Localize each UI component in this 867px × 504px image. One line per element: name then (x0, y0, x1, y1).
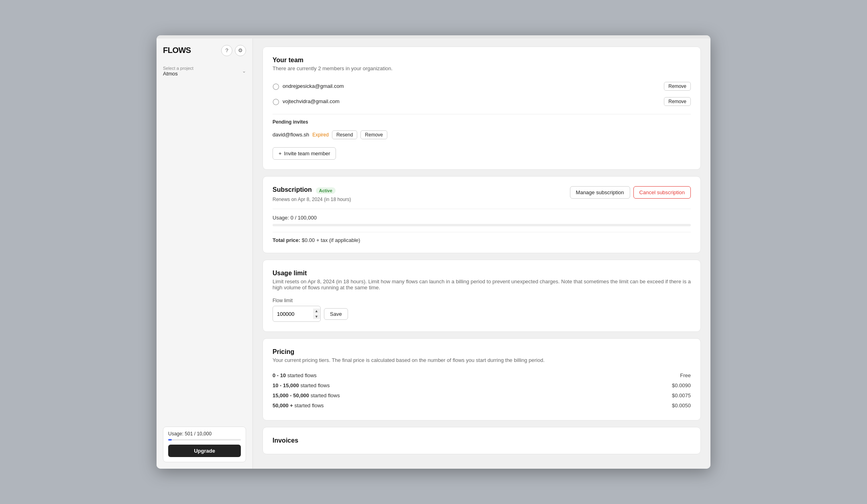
settings-button[interactable]: ⚙ (235, 45, 246, 56)
app-body: FLOWS ? ⚙ Select a project Atmos ⌄ (157, 39, 710, 469)
pricing-tier-2: 15,000 - 50,000 started flows (273, 392, 672, 398)
sidebar-usage-label: Usage: 501 / 10,000 (168, 431, 241, 437)
pricing-row-0: 0 - 10 started flows Free (273, 370, 691, 380)
total-price-value: $0.00 + tax (if applicable) (302, 237, 360, 243)
pricing-row-3: 50,000 + started flows $0.0050 (273, 400, 691, 411)
remove-member-1-button[interactable]: Remove (664, 97, 691, 106)
pricing-subtitle: Your current pricing tiers. The final pr… (273, 357, 691, 363)
subscription-left: Subscription Active Renews on Apr 8, 202… (273, 186, 351, 202)
total-price: Total price: $0.00 + tax (if applicable) (273, 232, 691, 243)
pricing-suffix-text-2: started flows (311, 392, 340, 398)
pricing-price-0: Free (680, 372, 691, 378)
cancel-subscription-button[interactable]: Cancel subscription (633, 186, 691, 199)
invoices-title: Invoices (273, 437, 691, 444)
pending-email: david@flows.sh (273, 132, 309, 138)
subscription-card: Subscription Active Renews on Apr 8, 202… (263, 176, 701, 253)
resend-invite-button[interactable]: Resend (332, 130, 357, 139)
expired-badge: Expired (312, 132, 329, 138)
spinner-up-button[interactable]: ▲ (313, 309, 320, 314)
user-icon: ◯ (273, 83, 279, 90)
sidebar-bottom: Usage: 501 / 10,000 Upgrade (157, 420, 252, 469)
help-button[interactable]: ? (221, 45, 232, 56)
upgrade-button[interactable]: Upgrade (168, 445, 241, 457)
invite-team-member-button[interactable]: + Invite team member (273, 147, 336, 160)
flow-limit-input-wrapper: ▲ ▼ Save (273, 306, 691, 322)
remove-member-0-button[interactable]: Remove (664, 82, 691, 91)
project-selector-label: Select a project (163, 66, 193, 71)
sidebar-header: FLOWS ? ⚙ (157, 45, 252, 63)
app-window: FLOWS ? ⚙ Select a project Atmos ⌄ (157, 35, 710, 469)
project-selector-info: Select a project Atmos (163, 66, 193, 77)
gear-icon: ⚙ (238, 47, 243, 53)
pricing-tier-3: 50,000 + started flows (273, 402, 672, 408)
pricing-suffix-text-0: started flows (287, 372, 317, 378)
team-card: Your team There are currently 2 members … (263, 47, 701, 170)
pricing-range-0: 0 - 10 (273, 372, 286, 378)
plus-icon: + (279, 150, 282, 156)
project-selector[interactable]: Select a project Atmos ⌄ (157, 63, 252, 80)
pricing-range-2: 15,000 - 50,000 (273, 392, 309, 398)
pricing-range-1: 10 - 15,000 (273, 382, 299, 388)
project-name: Atmos (163, 71, 193, 77)
spinner-buttons: ▲ ▼ (313, 309, 320, 319)
subscription-usage-text: Usage: 0 / 100,000 (273, 215, 691, 221)
help-icon: ? (225, 47, 228, 53)
pricing-card: Pricing Your current pricing tiers. The … (263, 338, 701, 421)
flow-limit-label: Flow limit (273, 298, 691, 303)
member-email: vojtechvidra@gmail.com (283, 98, 661, 104)
subscription-title-row: Subscription Active (273, 186, 351, 195)
member-email: ondrejpesicka@gmail.com (283, 83, 661, 89)
subscription-progress-track (273, 224, 691, 226)
remove-invite-button[interactable]: Remove (360, 130, 387, 139)
pricing-price-2: $0.0075 (672, 392, 691, 398)
pricing-row-1: 10 - 15,000 started flows $0.0090 (273, 380, 691, 390)
pricing-suffix-text-1: started flows (300, 382, 330, 388)
pricing-tier-1: 10 - 15,000 started flows (273, 382, 672, 388)
renew-text: Renews on Apr 8, 2024 (in 18 hours) (273, 197, 351, 202)
usage-bar-container: Usage: 501 / 10,000 Upgrade (163, 427, 246, 462)
team-title: Your team (273, 57, 691, 64)
team-subtitle: There are currently 2 members in your or… (273, 65, 691, 71)
subscription-actions: Manage subscription Cancel subscription (570, 186, 691, 199)
section-divider (273, 114, 691, 114)
pending-invite-row: david@flows.sh Expired Resend Remove (273, 128, 691, 142)
invite-btn-label: Invite team member (284, 150, 330, 156)
save-flow-limit-button[interactable]: Save (324, 308, 348, 320)
subscription-header: Subscription Active Renews on Apr 8, 202… (273, 186, 691, 202)
member-row: ◯ ondrejpesicka@gmail.com Remove (273, 79, 691, 94)
user-icon: ◯ (273, 98, 279, 105)
usage-limit-title: Usage limit (273, 270, 691, 277)
manage-subscription-button[interactable]: Manage subscription (570, 186, 630, 199)
pricing-title: Pricing (273, 348, 691, 356)
usage-bar-track (168, 439, 241, 441)
invoices-card: Invoices (263, 427, 701, 454)
pricing-range-3: 50,000 + (273, 402, 293, 408)
main-content: Your team There are currently 2 members … (253, 39, 710, 469)
pricing-row-2: 15,000 - 50,000 started flows $0.0075 (273, 390, 691, 400)
usage-limit-description: Limit resets on Apr 8, 2024 (in 18 hours… (273, 278, 691, 291)
pricing-suffix-text-3: started flows (295, 402, 324, 408)
flow-limit-input-container: ▲ ▼ (273, 306, 321, 322)
pricing-price-1: $0.0090 (672, 382, 691, 388)
usage-bar-fill (168, 439, 172, 441)
sidebar-icon-group: ? ⚙ (221, 45, 246, 56)
spinner-down-button[interactable]: ▼ (313, 314, 320, 319)
subscription-usage-section: Usage: 0 / 100,000 (273, 209, 691, 226)
member-row: ◯ vojtechvidra@gmail.com Remove (273, 94, 691, 109)
subscription-title: Subscription (273, 186, 312, 193)
pricing-price-3: $0.0050 (672, 402, 691, 408)
app-logo: FLOWS (163, 46, 191, 55)
flow-limit-input[interactable] (277, 311, 313, 317)
usage-limit-card: Usage limit Limit resets on Apr 8, 2024 … (263, 260, 701, 332)
chevron-down-icon: ⌄ (242, 68, 246, 74)
window-chrome (157, 35, 710, 39)
sidebar: FLOWS ? ⚙ Select a project Atmos ⌄ (157, 39, 253, 469)
pending-invites-label: Pending invites (273, 119, 691, 125)
pricing-table: 0 - 10 started flows Free 10 - 15,000 st… (273, 370, 691, 411)
total-price-label: Total price: (273, 237, 300, 243)
status-badge: Active (316, 187, 336, 194)
pricing-tier-0: 0 - 10 started flows (273, 372, 680, 378)
